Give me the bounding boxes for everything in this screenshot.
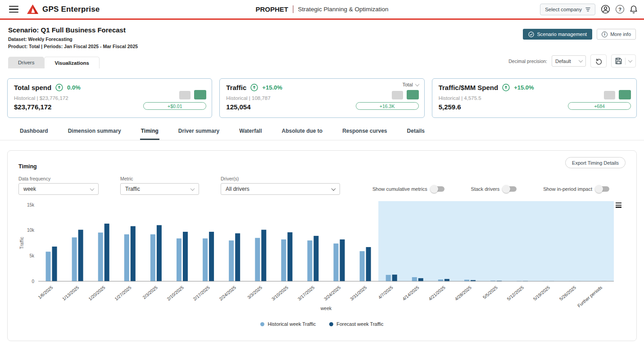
arrow-up-icon xyxy=(250,84,258,91)
gps-logo-icon xyxy=(27,4,39,14)
forecast-swatch-toggle[interactable] xyxy=(407,90,419,99)
stack-drivers-switch[interactable] xyxy=(503,186,517,192)
kpi-delta: 0.0% xyxy=(67,84,81,91)
tab-waterfall[interactable]: Waterfall xyxy=(238,128,263,140)
chevron-down-icon xyxy=(415,82,419,86)
data-frequency-select[interactable]: week xyxy=(18,183,99,195)
chevron-down-icon xyxy=(331,186,336,191)
help-glyph: ? xyxy=(618,7,621,12)
cumulative-metrics-switch[interactable] xyxy=(431,186,444,192)
tab-dashboard[interactable]: Dashboard xyxy=(19,128,49,140)
forecast-swatch-toggle[interactable] xyxy=(619,90,631,99)
svg-text:3/17/2025: 3/17/2025 xyxy=(297,285,315,302)
tab-visualizations[interactable]: Visualizations xyxy=(44,57,99,68)
app-name: GPS Enterprise xyxy=(42,5,100,14)
toggle-stack-drivers[interactable]: Stack drivers xyxy=(471,186,517,192)
svg-text:week: week xyxy=(320,306,332,311)
svg-text:0: 0 xyxy=(32,279,34,284)
kpi-card-total-spend: Total spend 0.0% Historical | $23,776,17… xyxy=(7,78,212,118)
historical-swatch-toggle[interactable] xyxy=(392,91,403,99)
legend-item-historical[interactable]: Historical week Traffic xyxy=(260,321,316,327)
kpi-adjustment-pill[interactable]: +$0.01 xyxy=(143,102,206,110)
tab-drivers-label: Drivers xyxy=(18,60,34,65)
tab-driver-summary[interactable]: Driver summary xyxy=(177,128,220,140)
legend-item-forecast[interactable]: Forecast week Traffic xyxy=(329,321,383,327)
select-company-button[interactable]: Select company xyxy=(540,4,595,15)
scenario-title: Scenario: Q1 Full Business Forecast xyxy=(8,26,138,34)
toggle-label: Show in-period impact xyxy=(543,186,592,192)
check-circle-icon xyxy=(528,32,534,37)
account-icon[interactable] xyxy=(601,4,610,14)
scenario-header: Scenario: Q1 Full Business Forecast Data… xyxy=(0,20,644,49)
brand-divider xyxy=(293,5,294,13)
kpi-card-traffic: Traffic +15.0% Historical | 108,787 125,… xyxy=(219,78,424,118)
svg-text:15k: 15k xyxy=(27,202,35,207)
svg-text:1/20/2025: 1/20/2025 xyxy=(87,285,106,302)
scenario-product-periods: Product: Total | Periods: Jan Fiscal 202… xyxy=(8,44,138,49)
history-undo-button[interactable] xyxy=(590,54,607,68)
kpi-adjustment-pill[interactable]: +684 xyxy=(568,102,631,110)
bar-chart[interactable]: 05k10k15kTraffic1/6/20251/13/20251/20/20… xyxy=(18,199,617,319)
arrow-up-icon xyxy=(502,84,510,91)
tab-response-curves[interactable]: Response curves xyxy=(341,128,388,140)
historical-swatch-toggle[interactable] xyxy=(604,91,615,99)
kpi-adjustment-pill[interactable]: +16.3K xyxy=(356,102,419,110)
chevron-down-icon xyxy=(190,186,195,191)
svg-text:4/28/2025: 4/28/2025 xyxy=(454,285,472,302)
notifications-icon[interactable] xyxy=(630,5,638,14)
svg-text:Further periods: Further periods xyxy=(576,285,603,308)
tab-visualizations-label: Visualizations xyxy=(54,60,89,66)
legend-dot-forecast xyxy=(329,322,333,326)
drivers-select[interactable]: All drivers xyxy=(221,183,340,195)
scenario-management-label: Scenario management xyxy=(537,32,587,37)
view-tabs: Dashboard Dimension summary Timing Drive… xyxy=(0,128,644,140)
timing-chart[interactable]: 05k10k15kTraffic1/6/20251/13/20251/20/20… xyxy=(18,199,626,320)
decimal-precision-select[interactable]: Default xyxy=(552,55,586,67)
info-icon: i xyxy=(602,32,608,37)
tab-timing[interactable]: Timing xyxy=(140,128,159,140)
decimal-precision-value: Default xyxy=(555,58,571,64)
kpi-card-traffic-per-spend: Traffic/$MM Spend +15.0% Historical | 4,… xyxy=(432,78,637,118)
save-button[interactable] xyxy=(611,54,636,68)
toggle-show-cumulative-metrics[interactable]: Show cumulative metrics xyxy=(372,186,444,192)
svg-text:3/3/2025: 3/3/2025 xyxy=(246,285,263,300)
help-icon[interactable]: ? xyxy=(616,5,624,14)
kpi-dimension-select[interactable]: Total xyxy=(402,81,418,88)
export-timing-details-button[interactable]: Export Timing Details xyxy=(565,157,626,168)
hamburger-menu-icon[interactable] xyxy=(6,3,21,16)
kpi-title: Total spend xyxy=(14,84,51,91)
svg-text:5k: 5k xyxy=(29,253,35,258)
filter-icon xyxy=(585,7,590,12)
scenario-management-button[interactable]: Scenario management xyxy=(523,29,592,40)
svg-text:4/21/2025: 4/21/2025 xyxy=(428,285,446,302)
in-period-impact-switch[interactable] xyxy=(596,186,609,192)
svg-text:5/26/2025: 5/26/2025 xyxy=(558,285,577,302)
kpi-delta: +15.0% xyxy=(262,84,282,91)
svg-text:Traffic: Traffic xyxy=(19,237,24,249)
forecast-swatch-toggle[interactable] xyxy=(194,90,206,99)
svg-text:1/13/2025: 1/13/2025 xyxy=(61,285,80,302)
metric-select[interactable]: Traffic xyxy=(120,183,199,195)
tab-details[interactable]: Details xyxy=(406,128,426,140)
tab-drivers[interactable]: Drivers xyxy=(8,57,44,68)
chart-menu-icon[interactable] xyxy=(614,201,623,209)
svg-text:3/31/2025: 3/31/2025 xyxy=(349,285,367,302)
more-info-button[interactable]: i More info xyxy=(597,29,636,40)
timing-panel: Timing Export Timing Details Data freque… xyxy=(7,150,637,341)
legend-label: Forecast week Traffic xyxy=(336,321,383,327)
tab-absolute-due-to[interactable]: Absolute due to xyxy=(281,128,323,140)
tab-dimension-summary[interactable]: Dimension summary xyxy=(67,128,122,140)
svg-text:3/10/2025: 3/10/2025 xyxy=(271,285,289,302)
metric-value: Traffic xyxy=(125,186,140,192)
header-brand: PROPHET Strategic Planning & Optimizatio… xyxy=(255,5,388,13)
kpi-title: Traffic xyxy=(226,84,246,91)
historical-swatch-toggle[interactable] xyxy=(179,91,190,99)
divider xyxy=(625,58,626,65)
svg-text:2/10/2025: 2/10/2025 xyxy=(166,285,185,302)
switch-knob xyxy=(595,185,603,193)
legend-label: Historical week Traffic xyxy=(268,321,316,327)
toggle-show-in-period-impact[interactable]: Show in-period impact xyxy=(543,186,609,192)
kpi-row: Total spend 0.0% Historical | $23,776,17… xyxy=(0,68,644,118)
kpi-delta: +15.0% xyxy=(514,84,534,91)
panel-title: Timing xyxy=(18,163,626,170)
